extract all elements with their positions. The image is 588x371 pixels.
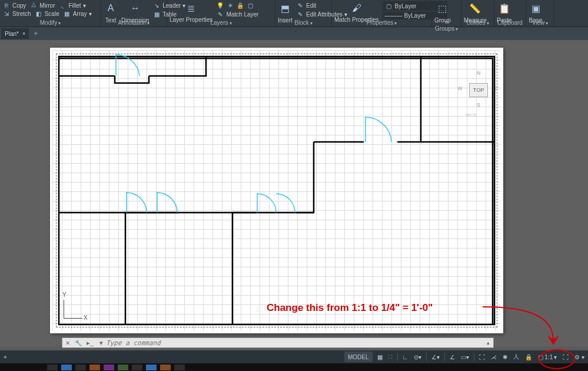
model-button[interactable]: MODEL: [344, 352, 373, 362]
match-layer-button[interactable]: ✎Match Layer: [216, 10, 258, 18]
edit-icon: ✎: [296, 1, 304, 9]
status-bar: + MODEL ▦ ⸬ ∟ ⊙▾ ∠▾ ∠ ▭▾ ⛶ ⋌ ✱ 人 🔒 ▢ 1:1…: [0, 350, 588, 363]
anno-auto-icon[interactable]: ✱: [501, 352, 509, 362]
compass-e: E: [495, 85, 499, 91]
array-button[interactable]: ▦Array▾: [63, 9, 92, 18]
panel-title-block[interactable]: Block▾: [278, 18, 329, 26]
paste-icon: 📋: [497, 1, 511, 15]
lock-icon: 🔒: [236, 1, 244, 9]
match-icon: 🖌: [350, 1, 364, 15]
stretch-button[interactable]: ⇲Stretch: [2, 9, 31, 18]
copy-button[interactable]: ⎘Copy: [2, 1, 26, 9]
otrack-icon[interactable]: ∠: [449, 352, 456, 362]
taskbar-item[interactable]: [61, 365, 72, 370]
compass-n: N: [477, 70, 481, 76]
sun-icon: ☀: [226, 1, 234, 9]
layer-state-row[interactable]: 💡☀🔒▢: [216, 1, 258, 9]
bulb-icon: 💡: [216, 1, 224, 9]
measure-icon: 📏: [468, 1, 482, 15]
layers-icon: ≣: [184, 1, 198, 15]
statusbar-plus-icon[interactable]: +: [2, 352, 8, 362]
fillet-button[interactable]: ◟Fillet▾: [58, 1, 85, 9]
panel-title-annotation[interactable]: Annotation▾: [104, 18, 164, 26]
ucs-triad: Y X: [64, 295, 87, 319]
floor-plan-drawing: [50, 48, 503, 333]
close-icon[interactable]: ×: [22, 31, 25, 37]
viewcube[interactable]: N E S W TOP WCS: [461, 71, 496, 118]
osnap-icon[interactable]: ∠▾: [430, 352, 441, 362]
command-line[interactable]: ✕ 🔧 ▸_ ▾ ▴: [62, 337, 494, 348]
new-tab-button[interactable]: +: [29, 29, 42, 38]
viewcube-top-button[interactable]: TOP: [469, 83, 488, 97]
layout-sheet[interactable]: N E S W TOP WCS Y X: [50, 48, 503, 333]
wcs-label[interactable]: WCS: [466, 112, 477, 118]
tab-label: Plan*: [5, 31, 19, 37]
document-tab[interactable]: Plan* ×: [1, 28, 29, 39]
annotation-callout: Change this from 1:1 to 1/4" = 1'-0": [267, 302, 433, 314]
panel-title-properties[interactable]: Properties▾: [334, 18, 429, 26]
panel-view: ▣Base View▾: [526, 0, 554, 26]
anno-vis-icon[interactable]: ⋌: [490, 352, 498, 362]
grid-toggle-icon[interactable]: ▦: [376, 352, 384, 362]
fillet-icon: ◟: [58, 1, 67, 9]
settings-icon[interactable]: ⚙ ▾: [573, 352, 586, 362]
leader-icon: ↘: [152, 1, 161, 9]
document-tab-strip: Plan* × +: [0, 27, 588, 40]
text-icon: A: [104, 1, 118, 15]
match-layer-icon: ✎: [216, 10, 224, 18]
panel-title-view[interactable]: View▾: [529, 18, 552, 26]
compass-w: W: [457, 85, 463, 91]
osnap2-icon[interactable]: ▭▾: [460, 352, 470, 362]
color-swatch-icon: ▢: [385, 2, 393, 10]
mirror-button[interactable]: ⧊Mirror: [29, 1, 55, 9]
taskbar-item[interactable]: [89, 365, 100, 370]
workspace: N E S W TOP WCS Y X Change this from 1:1…: [0, 40, 588, 346]
command-input[interactable]: [106, 339, 483, 347]
viewport-scale-button[interactable]: ▢ 1:1 ▾: [537, 352, 558, 362]
anno-scale-icon[interactable]: 人: [512, 352, 520, 362]
cmdline-wrench-icon[interactable]: 🔧: [73, 340, 84, 346]
panel-title-groups[interactable]: » Groups▾: [434, 18, 459, 32]
swatch-icon: ▢: [246, 1, 254, 9]
panel-clipboard: 📋Paste Clipboard: [494, 0, 526, 26]
scale-lock-icon[interactable]: ⛶: [478, 352, 486, 362]
mirror-icon: ⧊: [29, 1, 38, 9]
polar-icon[interactable]: ⊙▾: [413, 352, 423, 362]
os-taskbar: [0, 363, 588, 371]
insert-icon: ⬒: [278, 1, 293, 15]
array-icon: ▦: [63, 9, 71, 18]
panel-title-utilities[interactable]: Utilities▾: [464, 18, 491, 26]
taskbar-item[interactable]: [146, 365, 157, 370]
taskbar-item[interactable]: [118, 365, 128, 370]
taskbar-item[interactable]: [160, 365, 171, 370]
table-icon: ▦: [152, 10, 161, 18]
panel-properties: 🖌Match Properties ▢ByLayer ——— ByLayer P…: [332, 0, 432, 26]
taskbar-item[interactable]: [132, 365, 142, 370]
snap-toggle-icon[interactable]: ⸬: [387, 352, 394, 362]
panel-layers: ≣Layer Properties 💡☀🔒▢ ✎Match Layer Laye…: [167, 0, 275, 26]
base-icon: ▣: [529, 1, 543, 15]
ribbon: ⎘Copy ⧊Mirror ◟Fillet▾ ⇲Stretch ◧Scale ▦…: [0, 0, 588, 27]
cmdline-prompt-icon: ▸_: [84, 339, 97, 347]
dimension-icon: ↔: [128, 1, 142, 15]
cmdline-history-icon[interactable]: ▴: [483, 340, 493, 346]
taskbar-item[interactable]: [47, 365, 58, 370]
panel-annotation: AText ↔Dimension ↘Leader▾ ▦Table Annotat…: [101, 0, 167, 26]
panel-title-clipboard[interactable]: Clipboard: [497, 18, 523, 26]
lock-viewport-icon[interactable]: 🔒: [524, 352, 533, 362]
scale-button[interactable]: ◧Scale: [35, 9, 59, 18]
panel-groups: ⬚Group » Groups▾: [432, 0, 461, 26]
compass-s: S: [477, 102, 480, 108]
taskbar-item[interactable]: [104, 365, 114, 370]
isolate-icon[interactable]: ⛶: [562, 352, 570, 362]
cmdline-dropdown-icon[interactable]: ▾: [97, 339, 106, 347]
group-icon: ⬚: [436, 1, 450, 15]
stretch-icon: ⇲: [2, 9, 11, 18]
taskbar-item[interactable]: [75, 365, 86, 370]
taskbar-item[interactable]: [174, 365, 185, 370]
cmdline-close-icon[interactable]: ✕: [62, 340, 73, 346]
panel-utilities: 📏Measure Utilities▾: [461, 0, 494, 26]
panel-title-layers[interactable]: Layers▾: [170, 18, 273, 26]
panel-title-modify[interactable]: Modify▾: [2, 18, 98, 26]
ortho-icon[interactable]: ∟: [401, 352, 410, 362]
